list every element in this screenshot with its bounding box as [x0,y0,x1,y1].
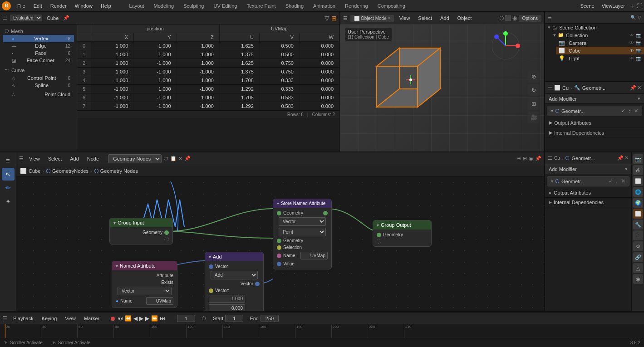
world-props-icon[interactable]: 🌍 [633,198,643,208]
menu-window[interactable]: Window [71,2,96,10]
geometry-nodes-dropdown[interactable]: Geometry Nodes [108,154,162,163]
camera-eye-icon[interactable]: 👁 [629,40,634,45]
vp-rotate-tool[interactable]: ↻ [528,84,540,96]
add-vectorin-socket[interactable] [209,288,213,293]
named-attr-type-select[interactable]: Vector [118,287,172,295]
scene-name[interactable]: Scene [580,3,594,9]
store-name-input[interactable] [300,252,328,259]
constraints-props-icon[interactable]: 🔗 [633,252,643,262]
store-name-socket[interactable] [277,254,281,258]
breadcrumb-modifier[interactable]: GeometryNodes [52,168,88,174]
store-value-socket[interactable] [277,262,281,266]
scene-collection-row[interactable]: ▾ 🗂 Scene Collection [545,24,644,31]
modifier-expand-icon[interactable]: ▾ [551,108,553,113]
keying-menu[interactable]: Keying [39,315,60,322]
control-point-item[interactable]: ◇ Control Point 0 [3,74,74,82]
node-node-btn[interactable]: Node [84,155,102,162]
material-props-icon[interactable]: ◉ [633,274,643,284]
collection-row[interactable]: ▾ 📁 Collection 👁 📷 [551,31,644,39]
edge-item[interactable]: — Edge 12 [3,42,74,49]
tab-sculpting[interactable]: Sculpting [179,2,208,10]
add-modifier-chevron[interactable]: ▾ [638,96,640,102]
node-props-close[interactable]: ✕ [624,155,629,161]
store-geom2-socket[interactable] [277,239,281,243]
prev-frame-btn[interactable]: ◀ [133,315,138,322]
vp-view-btn[interactable]: View [397,15,413,22]
filter-funnel-icon[interactable]: ▽ [324,15,329,22]
next-keyframe-btn[interactable]: ⏩ [151,315,158,322]
modifier-dots-icon[interactable]: ⋮ [627,108,632,114]
tab-animation[interactable]: Animation [309,2,340,10]
add-node-y-input[interactable] [209,304,245,311]
outliner-search-btn[interactable]: 🔍 [630,15,636,20]
end-frame-input[interactable] [261,315,279,322]
light-eye-icon[interactable]: 👁 [629,56,634,61]
tab-uv[interactable]: UV Editing [209,2,241,10]
light-render-icon[interactable]: 📷 [636,56,641,61]
scene-props-icon[interactable]: 🌐 [633,187,643,197]
vp-object-btn[interactable]: Object [455,15,475,22]
jump-end-btn[interactable]: ⏭ [160,315,165,322]
record-btn[interactable]: ⏺ [109,315,116,322]
wireframe-icon[interactable]: ⬡ [499,15,504,21]
transform-tool[interactable]: ✦ [2,195,15,208]
tab-compositing[interactable]: Compositing [373,2,410,10]
store-type2-select[interactable]: Point [279,228,326,236]
store-type1-select[interactable]: Vector [279,217,326,226]
spline-item[interactable]: ∿ Spline 0 [3,82,74,89]
store-selection-socket[interactable] [277,245,281,250]
filter-active-icon[interactable]: ⊞ [331,15,337,22]
marker-menu[interactable]: Marker [81,315,102,322]
menu-help[interactable]: Help [97,2,115,10]
node-add-btn[interactable]: Add [67,155,82,162]
vp-select-btn[interactable]: Select [415,15,435,22]
collection-render-icon[interactable]: 📷 [636,33,641,38]
start-frame-input[interactable] [225,315,243,322]
view-layer-props-icon[interactable]: ⬜ [633,176,643,186]
modifier-props-icon[interactable]: 🔧 [633,220,643,230]
cube-eye-icon[interactable]: 👁 [629,48,634,53]
group-input-collapse[interactable]: ▾ [113,220,116,225]
tab-rendering[interactable]: Rendering [340,2,373,10]
add-node-collapse[interactable]: ▾ [209,254,211,259]
rendered-icon[interactable]: ◉ [512,15,517,21]
view-layer-name[interactable]: ViewLayer [602,3,625,9]
menu-render[interactable]: Render [47,2,70,10]
vertex-item[interactable]: ● Vertex 8 [3,35,74,42]
close-workspace-icon[interactable]: ✕ [178,156,182,161]
options-btn[interactable]: Options [519,15,541,22]
right-output-attrs-header[interactable]: ▶ Output Attributes [549,190,628,195]
vp-zoom-tool[interactable]: ⊞ [528,98,540,110]
jump-start-btn[interactable]: ⏮ [118,315,123,322]
render-props-icon[interactable]: 📷 [633,154,643,164]
light-row[interactable]: 💡 Light 👁 📷 [556,54,644,62]
prev-keyframe-btn[interactable]: ⏪ [125,315,132,322]
editor-type-tool[interactable]: ☰ [2,154,15,167]
add-vector-in-socket[interactable] [209,264,213,269]
pin-workspace-icon[interactable]: 📌 [184,156,191,161]
solid-icon[interactable]: ⬛ [505,15,511,21]
vp-camera-tool[interactable]: 🎥 [528,112,540,123]
view-menu[interactable]: View [62,315,79,322]
camera-row[interactable]: 📷 Camera 👁 📷 [556,39,644,47]
props-pin-icon[interactable]: 📌 [630,85,636,91]
output-props-icon[interactable]: 🖨 [633,165,643,175]
face-corner-item[interactable]: ◪ Face Corner 24 [3,57,74,64]
pin-icon[interactable]: 📌 [63,15,69,21]
point-cloud-item[interactable]: ∴ Point Cloud [3,91,74,98]
right-mod-dots[interactable]: ⋮ [615,178,619,184]
tab-shading[interactable]: Shading [281,2,308,10]
right-mod-close[interactable]: ✕ [621,178,625,184]
node-toolbar-pin[interactable]: 📌 [535,156,541,161]
modifier-check-icon[interactable]: ✓ [621,108,625,114]
props-close-icon[interactable]: ✕ [637,85,641,91]
cube-row[interactable]: ⬜ Cube 👁 📷 [556,47,644,54]
evaluated-dropdown[interactable]: Evaluated [10,15,42,21]
right-internal-deps-header[interactable]: ▶ Internal Dependencies [549,200,628,205]
select-tool[interactable]: ↖ [2,168,15,181]
add-node-operation-select[interactable]: Add [211,271,258,279]
group-output-geometry-socket[interactable] [377,233,381,237]
outliner-filter-btn[interactable]: ▽ [638,15,641,20]
node-select-btn[interactable]: Select [45,155,65,162]
breadcrumb-cube[interactable]: Cube [29,168,40,174]
